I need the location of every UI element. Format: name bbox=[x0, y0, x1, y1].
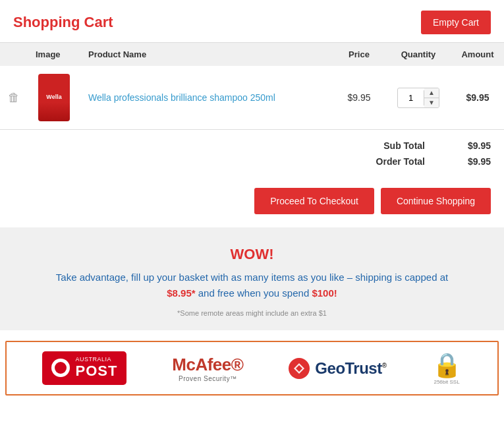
product-name-part1: Wella professionals bbox=[88, 92, 171, 103]
col-price: Price bbox=[333, 43, 385, 67]
order-total-row: Order Total $9.95 bbox=[13, 154, 491, 169]
cart-table-header: Image Product Name Price Quantity Amount bbox=[0, 43, 504, 67]
auspost-text: AUSTRALIA POST bbox=[75, 357, 117, 379]
cart-table: Image Product Name Price Quantity Amount… bbox=[0, 42, 504, 130]
quantity-control: ▲ ▼ bbox=[397, 88, 439, 108]
promo-text: Take advantage, fill up your basket with… bbox=[20, 270, 484, 301]
product-quantity-cell: ▲ ▼ bbox=[385, 66, 451, 130]
product-amount-cell: $9.95 bbox=[451, 66, 504, 130]
order-total-value: $9.95 bbox=[451, 156, 491, 167]
product-name-cell: Wella professionals brilliance shampoo 2… bbox=[80, 66, 333, 130]
product-price-cell: $9.95 bbox=[333, 66, 385, 130]
sub-total-value: $9.95 bbox=[451, 140, 491, 151]
promo-section: WOW! Take advantage, fill up your basket… bbox=[0, 227, 504, 330]
promo-note: *Some remote areas might include an extr… bbox=[20, 309, 484, 317]
promo-highlight-2: $100! bbox=[312, 287, 337, 299]
totals-section: Sub Total $9.95 Order Total $9.95 bbox=[0, 130, 504, 177]
auspost-badge: AUSTRALIA POST bbox=[42, 351, 126, 384]
product-image: Wella bbox=[38, 74, 70, 121]
continue-shopping-button[interactable]: Continue Shopping bbox=[381, 188, 491, 214]
mcafee-dot: ® bbox=[231, 355, 244, 374]
mcafee-name-text: McAfee bbox=[172, 355, 231, 374]
col-quantity: Quantity bbox=[385, 43, 451, 67]
geotrust-icon bbox=[289, 358, 310, 379]
empty-cart-button[interactable]: Empty Cart bbox=[421, 11, 491, 34]
page-header: Shopping Cart Empty Cart bbox=[0, 0, 504, 42]
sub-total-label: Sub Total bbox=[359, 140, 425, 151]
quantity-input[interactable] bbox=[398, 90, 424, 105]
geotrust-badge: GeoTrust® bbox=[289, 358, 386, 379]
cart-table-body: 🗑 Wella Wella professionals brilliance s… bbox=[0, 66, 504, 130]
mcafee-tagline: Proven Security™ bbox=[179, 375, 237, 382]
table-row: 🗑 Wella Wella professionals brilliance s… bbox=[0, 66, 504, 130]
promo-highlight-1: $8.95* bbox=[167, 287, 195, 299]
product-link[interactable]: Wella professionals brilliance shampoo 2… bbox=[88, 92, 275, 103]
mcafee-badge: McAfee® Proven Security™ bbox=[172, 355, 243, 382]
lock-badge: 🔒 256bit SSL bbox=[432, 351, 462, 385]
product-amount: $9.95 bbox=[466, 92, 489, 103]
promo-text-main: Take advantage, fill up your basket with… bbox=[56, 272, 448, 283]
auspost-name: POST bbox=[75, 363, 117, 379]
col-amount: Amount bbox=[451, 43, 504, 67]
quantity-up-button[interactable]: ▲ bbox=[424, 88, 439, 98]
auspost-circle-inner bbox=[55, 362, 67, 374]
col-image: Image bbox=[28, 43, 80, 67]
geotrust-reg: ® bbox=[382, 362, 387, 369]
lock-label: 256bit SSL bbox=[434, 379, 459, 385]
quantity-down-button[interactable]: ▼ bbox=[424, 98, 439, 107]
col-product-name: Product Name bbox=[80, 43, 333, 67]
geotrust-name-text: GeoTrust bbox=[315, 359, 381, 377]
product-image-cell: Wella bbox=[28, 66, 80, 130]
delete-icon[interactable]: 🗑 bbox=[8, 91, 20, 104]
sub-total-row: Sub Total $9.95 bbox=[13, 138, 491, 154]
col-delete bbox=[0, 43, 28, 67]
auspost-circle bbox=[51, 359, 70, 377]
proceed-checkout-button[interactable]: Proceed To Checkout bbox=[254, 188, 374, 214]
mcafee-name: McAfee® bbox=[172, 355, 243, 375]
lock-icon: 🔒 bbox=[432, 351, 462, 379]
delete-cell: 🗑 bbox=[0, 66, 28, 130]
action-buttons: Proceed To Checkout Continue Shopping bbox=[0, 177, 504, 227]
quantity-buttons: ▲ ▼ bbox=[424, 88, 439, 107]
geotrust-text: GeoTrust® bbox=[315, 359, 386, 378]
order-total-label: Order Total bbox=[359, 156, 425, 167]
trust-section: AUSTRALIA POST McAfee® Proven Security™ … bbox=[5, 341, 499, 395]
promo-and-text: and free when you spend bbox=[196, 287, 312, 299]
product-img-label: Wella bbox=[45, 93, 63, 102]
page-title: Shopping Cart bbox=[13, 14, 113, 31]
product-name-part2: brilliance shampoo 250ml bbox=[171, 92, 275, 103]
promo-wow: WOW! bbox=[20, 246, 484, 263]
product-price: $9.95 bbox=[347, 92, 370, 103]
geotrust-svg bbox=[293, 362, 306, 375]
